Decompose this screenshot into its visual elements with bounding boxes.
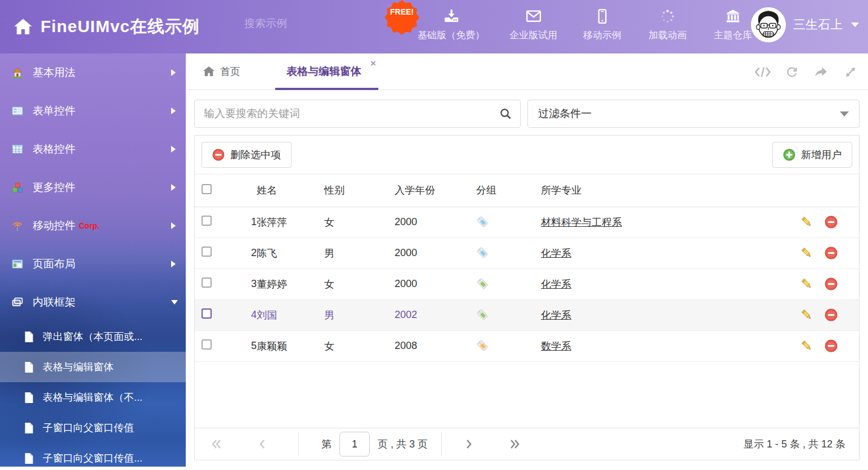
chevron-right-icon <box>171 261 176 267</box>
spinner-icon <box>659 8 676 25</box>
sidebar-subitem-child-to-parent[interactable]: 子窗口向父窗口传值 <box>0 413 186 443</box>
table-row[interactable]: 3 董婷婷 女 2000 化学系 <box>195 268 859 299</box>
tag-icon <box>476 308 490 322</box>
table-row[interactable]: 2 陈飞 男 2000 化学系 <box>195 238 859 268</box>
major-link[interactable]: 数学系 <box>541 341 571 352</box>
cubes-icon <box>11 181 24 194</box>
sidebar-item-label: 更多控件 <box>33 180 75 195</box>
edit-pencil-icon[interactable] <box>800 216 813 229</box>
file-icon <box>24 331 34 343</box>
row-index: 4 <box>222 299 257 330</box>
delete-selected-button[interactable]: 删除选中项 <box>202 142 292 168</box>
sidebar-item-basic-usage[interactable]: 基本用法 <box>0 53 186 92</box>
record-summary: 显示 1 - 5 条 , 共 12 条 <box>744 437 845 451</box>
expand-icon[interactable] <box>842 65 859 79</box>
prev-page-icon[interactable] <box>258 438 267 450</box>
form-icon <box>11 105 24 117</box>
sidebar-item-label: 基本用法 <box>33 65 75 80</box>
table-row[interactable]: 5 康颖颖 女 2008 数学系 <box>195 330 859 361</box>
delete-row-icon[interactable] <box>825 308 838 321</box>
sidebar-item-mobile-controls[interactable]: 移动控件 Corp. <box>0 207 186 245</box>
delete-row-icon[interactable] <box>825 339 838 352</box>
search-icon[interactable] <box>499 107 512 120</box>
nav-theme-store[interactable]: 主题仓库 <box>713 8 753 42</box>
page-input[interactable] <box>339 432 370 456</box>
edit-pencil-icon[interactable] <box>800 247 813 259</box>
row-checkbox[interactable] <box>202 247 212 257</box>
delete-row-icon[interactable] <box>825 247 838 259</box>
tab-bar: 首页 表格与编辑窗体 × <box>186 53 868 90</box>
sidebar-subitem-child-to-parent-2[interactable]: 子窗口向父窗口传值... <box>0 443 186 470</box>
col-header-name: 姓名 <box>257 174 324 207</box>
header-search-input[interactable] <box>243 17 383 30</box>
edit-pencil-icon[interactable] <box>800 308 813 321</box>
delete-row-icon[interactable] <box>825 277 838 290</box>
edit-pencil-icon[interactable] <box>800 277 813 290</box>
col-header-gender: 性别 <box>324 174 395 207</box>
major-link[interactable]: 化学系 <box>541 310 571 321</box>
cell-year: 2000 <box>395 268 476 299</box>
nav-basic-free[interactable]: 基础版（免费） <box>418 8 485 42</box>
refresh-icon[interactable] <box>784 65 800 79</box>
row-checkbox[interactable] <box>202 308 212 319</box>
sidebar-subitem-grid-edit-window-2[interactable]: 表格与编辑窗体（不... <box>0 382 186 413</box>
table-row-selected[interactable]: 4 刘国 男 2002 化学系 <box>195 299 859 330</box>
last-page-icon[interactable] <box>508 438 521 450</box>
sidebar-item-form-controls[interactable]: 表单控件 <box>0 92 186 130</box>
major-link[interactable]: 化学系 <box>541 279 571 290</box>
cell-name: 陈飞 <box>257 238 324 268</box>
row-checkbox[interactable] <box>202 277 212 288</box>
envelope-icon <box>525 8 542 25</box>
file-icon <box>24 422 34 434</box>
edit-pencil-icon[interactable] <box>800 339 813 352</box>
add-user-label: 新增用户 <box>801 148 842 162</box>
sidebar-subitem-grid-edit-window[interactable]: 表格与编辑窗体 <box>0 352 186 382</box>
row-index: 1 <box>222 207 257 238</box>
add-user-button[interactable]: 新增用户 <box>772 142 852 168</box>
sidebar-subitem-label: 子窗口向父窗口传值... <box>43 451 142 465</box>
source-code-icon[interactable] <box>754 65 771 79</box>
header-search <box>243 17 356 30</box>
select-all-checkbox[interactable] <box>202 184 212 194</box>
cell-gender: 女 <box>324 330 395 361</box>
first-page-icon[interactable] <box>211 438 223 450</box>
table-icon <box>11 143 24 155</box>
tab-grid-edit-window[interactable]: 表格与编辑窗体 × <box>275 53 378 89</box>
open-external-icon[interactable] <box>813 65 830 79</box>
free-badge: FREE! <box>384 0 420 35</box>
user-menu[interactable]: 三生石上 <box>751 7 859 42</box>
sidebar-item-grid-controls[interactable]: 表格控件 <box>0 130 186 168</box>
row-checkbox[interactable] <box>202 339 212 350</box>
close-icon[interactable]: × <box>370 59 376 68</box>
nav-mobile-demo[interactable]: 移动示例 <box>582 8 623 42</box>
chevron-right-icon <box>171 69 176 76</box>
row-checkbox[interactable] <box>202 216 212 226</box>
sidebar-item-page-layout[interactable]: 页面布局 <box>0 245 186 283</box>
sidebar-item-inline-frame[interactable]: 内联框架 <box>0 283 186 321</box>
nav-enterprise-trial[interactable]: 企业版试用 <box>509 8 557 42</box>
delete-row-icon[interactable] <box>825 216 838 229</box>
download-icon <box>443 8 460 25</box>
cell-year: 2000 <box>395 207 476 238</box>
tab-tools <box>754 53 859 90</box>
app-title: FineUIMvc在线示例 <box>41 15 200 38</box>
row-index: 2 <box>222 238 257 268</box>
tab-home[interactable]: 首页 <box>203 65 240 78</box>
filter-dropdown[interactable]: 过滤条件一 <box>527 100 860 128</box>
next-page-icon[interactable] <box>464 438 473 450</box>
keyword-search-input[interactable] <box>203 107 499 120</box>
sidebar: 基本用法 表单控件 表格控件 更多控件 移动控件 Corp. 页面布局 <box>0 53 186 470</box>
nav-loading-animation[interactable]: 加载动画 <box>647 8 688 42</box>
cell-gender: 男 <box>324 238 395 268</box>
plus-circle-icon <box>783 149 795 161</box>
cell-year: 2002 <box>395 299 476 330</box>
row-index: 5 <box>222 330 257 361</box>
major-link[interactable]: 化学系 <box>541 248 571 259</box>
sidebar-item-more-controls[interactable]: 更多控件 <box>0 168 186 207</box>
table-row[interactable]: 1 张萍萍 女 2000 材料科学与工程系 <box>195 207 859 238</box>
nav-label: 主题仓库 <box>714 29 752 42</box>
brand[interactable]: FineUIMvc在线示例 <box>9 0 200 53</box>
major-link[interactable]: 材料科学与工程系 <box>541 217 622 228</box>
grid-panel: 删除选中项 新增用户 姓名 性别 入学年份 分组 <box>194 135 860 460</box>
sidebar-subitem-popup-window[interactable]: 弹出窗体（本页面或... <box>0 321 186 352</box>
